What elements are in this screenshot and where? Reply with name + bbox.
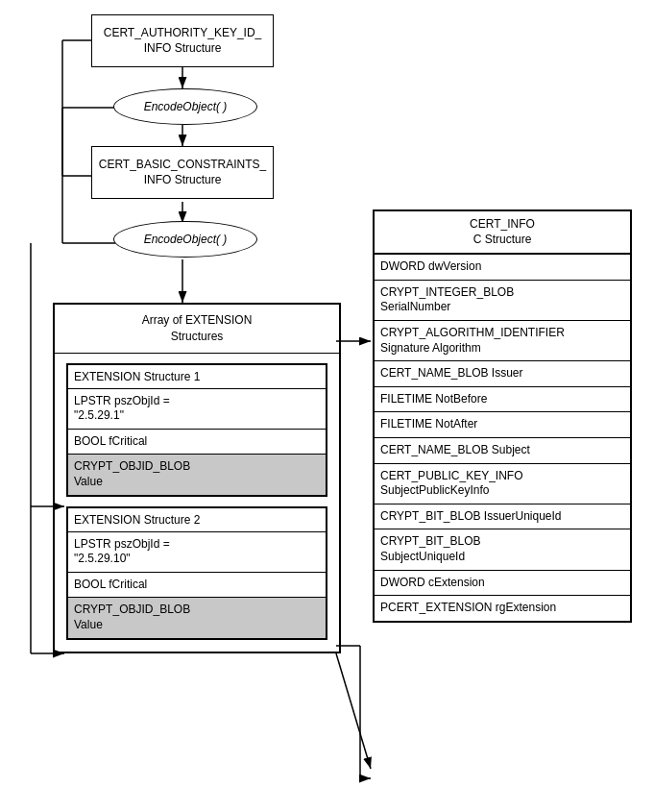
svg-line-19 bbox=[336, 653, 371, 769]
encode-object-2: EncodeObject( ) bbox=[113, 221, 257, 258]
cert-info-panel: CERT_INFOC Structure DWORD dwVersion CRY… bbox=[373, 209, 632, 623]
cert-basic-box: CERT_BASIC_CONSTRAINTS_ INFO Structure bbox=[91, 146, 274, 199]
cert-authority-box: CERT_AUTHORITY_KEY_ID_ INFO Structure bbox=[91, 14, 274, 67]
ext-panel: Array of EXTENSIONStructures EXTENSION S… bbox=[53, 303, 341, 653]
cert-info-row-2: CRYPT_INTEGER_BLOBSerialNumber bbox=[375, 281, 630, 321]
ext-panel-header: Array of EXTENSIONStructures bbox=[55, 305, 339, 354]
ext-struct-1: EXTENSION Structure 1 LPSTR pszObjId ="2… bbox=[66, 363, 327, 497]
ext-struct-2-row-1: LPSTR pszObjId ="2.5.29.10" bbox=[68, 532, 326, 573]
cert-info-row-5: FILETIME NotBefore bbox=[375, 387, 630, 413]
cert-info-row-8: CERT_PUBLIC_KEY_INFOSubjectPublicKeyInfo bbox=[375, 464, 630, 504]
cert-info-row-12: PCERT_EXTENSION rgExtension bbox=[375, 596, 630, 621]
svg-line-20 bbox=[336, 653, 371, 769]
cert-info-row-11: DWORD cExtension bbox=[375, 571, 630, 597]
ext-struct-2: EXTENSION Structure 2 LPSTR pszObjId ="2… bbox=[66, 506, 327, 640]
cert-info-row-1: DWORD dwVersion bbox=[375, 255, 630, 281]
encode-object-1: EncodeObject( ) bbox=[113, 88, 257, 125]
cert-info-row-7: CERT_NAME_BLOB Subject bbox=[375, 438, 630, 464]
cert-info-row-4: CERT_NAME_BLOB Issuer bbox=[375, 361, 630, 387]
cert-info-row-3: CRYPT_ALGORITHM_IDENTIFIERSignature Algo… bbox=[375, 321, 630, 361]
ext-struct-2-row-3: CRYPT_OBJID_BLOBValue bbox=[68, 598, 326, 637]
cert-info-header: CERT_INFOC Structure bbox=[375, 211, 630, 255]
ext-struct-1-header: EXTENSION Structure 1 bbox=[68, 365, 326, 389]
ext-struct-1-row-2: BOOL fCritical bbox=[68, 430, 326, 455]
cert-info-row-6: FILETIME NotAfter bbox=[375, 412, 630, 438]
diagram-container: CERT_AUTHORITY_KEY_ID_ INFO Structure En… bbox=[0, 0, 654, 812]
cert-info-row-9: CRYPT_BIT_BLOB IssuerUniqueId bbox=[375, 504, 630, 530]
cert-info-row-10: CRYPT_BIT_BLOBSubjectUniqueId bbox=[375, 529, 630, 570]
ext-struct-2-header: EXTENSION Structure 2 bbox=[68, 508, 326, 532]
ext-struct-1-row-1: LPSTR pszObjId ="2.5.29.1" bbox=[68, 389, 326, 430]
ext-struct-2-row-2: BOOL fCritical bbox=[68, 573, 326, 599]
ext-struct-1-row-3: CRYPT_OBJID_BLOBValue bbox=[68, 455, 326, 494]
